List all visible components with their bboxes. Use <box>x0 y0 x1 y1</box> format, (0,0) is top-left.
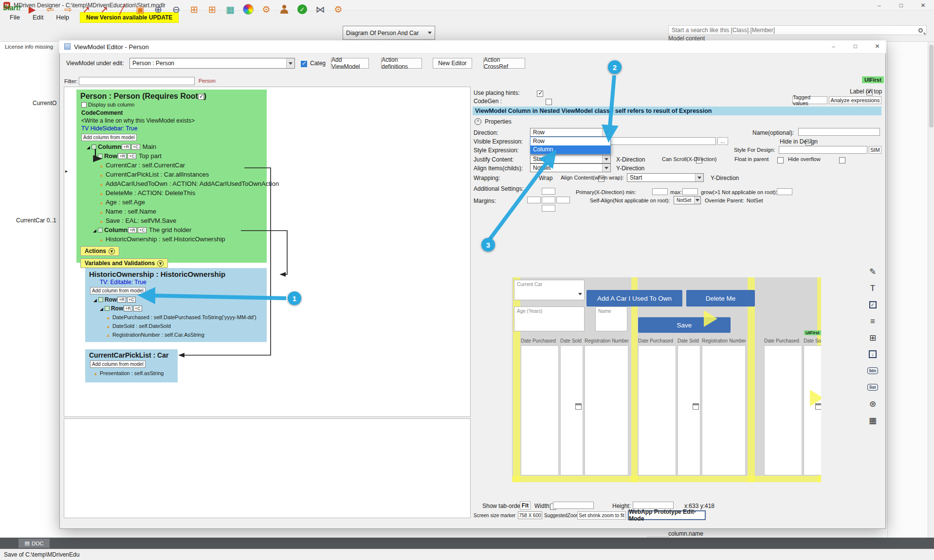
scrollbar[interactable] <box>928 42 934 538</box>
set-shrink-zoom-button[interactable]: Set shrink zoom to fit <box>577 511 626 520</box>
tree-leaf[interactable]: ▲DatePurchased : self.DatePurchased.ToSt… <box>87 313 267 322</box>
validate-icon[interactable]: ✓ <box>295 2 309 16</box>
tree-node[interactable]: ◢Row+R+CTop part <box>80 151 267 161</box>
zoom-in-icon[interactable]: ⊕ <box>151 2 165 16</box>
margin-bottom-input[interactable] <box>542 205 555 212</box>
expander-icon[interactable]: ◢ <box>100 307 103 311</box>
settings-ring-icon[interactable]: ⚙ <box>331 2 345 16</box>
grid-column[interactable] <box>764 345 802 475</box>
association-tool-icon[interactable]: ↗ <box>79 2 93 16</box>
list-action-icon[interactable]: ≡ <box>866 315 879 327</box>
width-input[interactable] <box>553 502 594 509</box>
tagged-value[interactable]: TV HideSidebar: True <box>76 125 267 132</box>
import-icon[interactable]: ↓ <box>866 348 879 361</box>
tree-node[interactable]: ◢Column+R+CThe grid holder <box>80 225 267 235</box>
grid-settings-icon[interactable]: ▦ <box>866 414 879 427</box>
color-wheel-icon[interactable] <box>241 2 255 16</box>
tree-leaf[interactable]: ▲DateSold : self.DateSold <box>87 322 267 330</box>
collapse-properties-icon[interactable]: ^ <box>475 118 481 125</box>
requires-root-checkbox[interactable] <box>198 94 204 100</box>
use-placing-hints-checkbox[interactable] <box>537 90 543 97</box>
tree-leaf[interactable]: ▲Name : self.Name <box>80 207 267 216</box>
expander-icon[interactable]: ◢ <box>93 228 96 233</box>
actions-expander[interactable]: Actions∨ <box>80 246 119 256</box>
tree-leaf[interactable]: ▲Age : self.Age <box>80 198 267 207</box>
fit-button[interactable]: Fit <box>520 501 531 510</box>
expression-ellipsis-button[interactable]: ... <box>717 137 728 145</box>
gears-icon[interactable]: ⚙ <box>259 2 273 16</box>
margin-right-input[interactable] <box>556 197 570 203</box>
dialog-close-button[interactable] <box>866 41 888 52</box>
tree-node[interactable]: ◢Row+R+C <box>87 295 267 304</box>
tagged-value[interactable]: TV: Editable: True <box>85 278 267 286</box>
grid-column[interactable] <box>560 345 583 475</box>
close-button[interactable] <box>912 0 934 11</box>
diagram-dropdown[interactable]: Diagram Of Person And Car <box>343 26 435 40</box>
text-icon[interactable]: T <box>866 282 879 294</box>
start-button[interactable]: Start! <box>3 4 21 12</box>
add-column-button[interactable]: Add column from model <box>90 287 146 294</box>
direction-combo[interactable]: Row <box>530 128 611 137</box>
run-icon[interactable]: ▶ <box>25 2 39 16</box>
dialog-minimize-button[interactable] <box>823 41 844 52</box>
dialog-titlebar[interactable] <box>59 40 886 54</box>
new-editor-button[interactable]: New Editor <box>433 58 472 69</box>
primary-min-input[interactable] <box>652 188 668 195</box>
calendar-edit-icon[interactable]: ⊞ <box>205 2 219 16</box>
tagged-values-button[interactable]: Tagged values <box>792 96 827 104</box>
generalization-tool-icon[interactable]: ↗ <box>97 2 111 16</box>
height-input[interactable] <box>633 502 674 509</box>
calendar-icon[interactable] <box>693 403 699 410</box>
age-field[interactable]: Age (Years) <box>514 307 585 331</box>
chevron-down-icon[interactable] <box>286 58 294 68</box>
tree-node[interactable]: ◢Row+R+C <box>87 304 267 313</box>
tree-leaf[interactable]: ▲HistoricOwnership : self.HistoricOwners… <box>80 235 267 244</box>
self-align-combo[interactable]: NotSet <box>674 196 701 204</box>
grow-input[interactable] <box>777 188 792 195</box>
search-input[interactable] <box>671 26 918 34</box>
name-field[interactable]: Name <box>595 307 627 331</box>
model-search[interactable] <box>668 25 927 35</box>
hide-overflow-checkbox[interactable] <box>839 157 845 163</box>
zoom-out-icon[interactable]: ⊖ <box>169 2 183 16</box>
grid-column[interactable] <box>804 345 821 475</box>
globe-icon[interactable]: ⊛ <box>866 397 879 410</box>
display-sub-column-checkbox[interactable] <box>81 102 87 108</box>
name-optional-input[interactable] <box>798 128 880 136</box>
expander-icon[interactable]: ◢ <box>93 298 97 303</box>
line-tool-icon[interactable]: ╱ <box>115 2 129 16</box>
float-in-parent-checkbox[interactable] <box>777 157 784 163</box>
justify-content-combo[interactable]: Start <box>530 155 611 163</box>
add-column-button[interactable]: Add column from model <box>81 134 137 141</box>
primary-max-input[interactable] <box>682 188 698 195</box>
codegen-checkbox[interactable] <box>546 99 552 105</box>
back-arrow-icon[interactable]: ⇦ <box>43 2 57 16</box>
dropdown-option-row[interactable]: Row <box>531 137 610 145</box>
tree-leaf[interactable]: ▲DeleteMe : ACTION: DeleteThis <box>80 188 267 198</box>
expander-icon[interactable]: ◢ <box>87 145 90 150</box>
button-widget-icon[interactable]: btn <box>866 364 879 377</box>
viewmodel-combo[interactable]: Person : Person <box>129 58 295 69</box>
scrollbar-thumb[interactable] <box>929 45 934 127</box>
direction-dropdown-list[interactable]: Row Column <box>530 137 611 154</box>
root-viewmodel-box[interactable]: Person : Person (Requires Root) Display … <box>76 90 267 263</box>
margin-top-input[interactable] <box>542 188 555 195</box>
dropdown-option-column[interactable]: Column <box>531 145 610 154</box>
forward-arrow-icon[interactable]: ⇨ <box>61 2 75 16</box>
grid-column[interactable] <box>638 345 676 475</box>
add-car-button[interactable]: Add A Car I Used To Own <box>586 290 682 307</box>
calendar-icon[interactable] <box>575 403 582 410</box>
webapp-edit-mode-button[interactable]: WebApp Prototype Edit-Mode <box>628 510 706 520</box>
ui-preview[interactable]: Current Car Add A Car I Used To Own Dele… <box>512 277 821 482</box>
analyze-expressions-button[interactable]: Analyze expressions <box>829 96 881 104</box>
calendar-icon[interactable]: ⊞ <box>187 2 201 16</box>
edit-icon[interactable]: ✎ <box>866 265 879 278</box>
margin-center-input[interactable] <box>542 197 555 203</box>
grid-column[interactable] <box>521 345 559 475</box>
style-for-design-input[interactable] <box>779 146 867 154</box>
action-crossref-button[interactable]: Action CrossRef <box>483 58 525 69</box>
margin-left-input[interactable] <box>527 197 541 203</box>
maximize-button[interactable] <box>890 0 912 11</box>
categ-checkbox[interactable] <box>301 61 307 67</box>
variables-expander[interactable]: Variables and Validations∨ <box>80 258 168 268</box>
